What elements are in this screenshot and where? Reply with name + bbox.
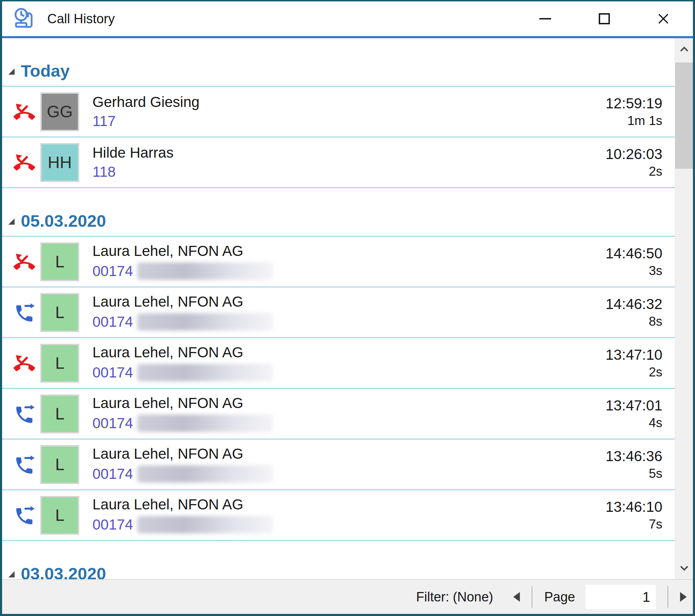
contact-name: Laura Lehel, NFON AG <box>92 294 606 309</box>
contact-info: Laura Lehel, NFON AG 00174 <box>92 345 606 381</box>
contact-info: Laura Lehel, NFON AG 00174 <box>92 497 606 533</box>
missed-call-icon <box>11 352 38 374</box>
call-time: 14:46:50 <box>606 246 663 261</box>
outgoing-call-icon <box>11 454 38 475</box>
call-row[interactable]: L Laura Lehel, NFON AG 00174 13:47:10 2s <box>2 338 675 389</box>
call-time: 13:46:36 <box>606 449 663 464</box>
call-row[interactable]: GG Gerhard Giesing 117 12:59:19 1m 1s <box>2 87 675 138</box>
redacted-number-blur <box>137 465 273 483</box>
maximize-icon <box>599 13 610 24</box>
redacted-number-blur <box>137 415 273 432</box>
collapse-triangle-icon <box>7 67 16 76</box>
outgoing-call-icon <box>11 302 38 323</box>
collapse-triangle-icon <box>7 217 16 226</box>
contact-info: Gerhard Giesing 117 <box>92 94 606 128</box>
statusbar-divider <box>532 586 532 608</box>
number-line: 00174 <box>92 364 606 381</box>
close-icon <box>656 11 671 26</box>
redacted-number-blur <box>137 516 273 533</box>
chevron-up-icon <box>679 46 690 53</box>
phone-number: 00174 <box>92 314 133 330</box>
avatar: L <box>40 293 79 332</box>
call-timing: 14:46:50 3s <box>606 246 663 278</box>
window-controls <box>516 1 693 36</box>
avatar: HH <box>40 143 79 182</box>
group-label: 03.03.2020 <box>21 565 106 579</box>
number-line: 00174 <box>92 415 606 432</box>
group-header[interactable]: 05.03.2020 <box>2 188 675 237</box>
missed-call-icon <box>11 101 38 123</box>
contact-name: Laura Lehel, NFON AG <box>92 396 606 411</box>
missed-call-icon <box>11 251 38 273</box>
group-rows: GG Gerhard Giesing 117 12:59:19 1m 1s <box>2 87 675 188</box>
call-time: 12:59:19 <box>606 96 663 111</box>
statusbar-divider <box>668 586 668 608</box>
avatar: L <box>40 242 79 281</box>
number-line: 00174 <box>92 516 606 533</box>
contact-name: Laura Lehel, NFON AG <box>92 345 606 360</box>
close-button[interactable] <box>634 1 693 36</box>
minimize-button[interactable] <box>516 1 575 36</box>
filter-label: Filter: (None) <box>416 590 493 605</box>
phone-number: 00174 <box>92 365 133 380</box>
maximize-button[interactable] <box>575 1 634 36</box>
window-title: Call History <box>47 11 115 26</box>
contact-info: Laura Lehel, NFON AG 00174 <box>92 294 606 330</box>
chevron-down-icon <box>679 565 690 572</box>
redacted-number-blur <box>137 364 273 381</box>
call-group: 05.03.2020 L Laura Lehel, NFON AG 00174 <box>2 188 675 541</box>
number-line: 00174 <box>92 465 606 483</box>
contact-info: Laura Lehel, NFON AG 00174 <box>92 396 606 432</box>
call-row[interactable]: L Laura Lehel, NFON AG 00174 13:46:10 7s <box>2 490 675 541</box>
number-line: 118 <box>92 164 606 180</box>
call-duration: 5s <box>649 467 662 481</box>
call-row[interactable]: L Laura Lehel, NFON AG 00174 14:46:50 3s <box>2 237 675 288</box>
contact-info: Hilde Harras 118 <box>92 145 606 179</box>
redacted-number-blur <box>137 263 273 280</box>
previous-page-button[interactable] <box>513 592 520 602</box>
call-row[interactable]: HH Hilde Harras 118 10:26:03 2s <box>2 138 675 188</box>
contact-name: Gerhard Giesing <box>92 94 606 110</box>
number-line: 117 <box>92 114 606 129</box>
call-duration: 1m 1s <box>627 114 662 128</box>
avatar: L <box>40 496 79 535</box>
call-history-window: Call History Today <box>0 0 695 616</box>
call-duration: 3s <box>649 264 662 278</box>
number-line: 00174 <box>92 263 606 280</box>
call-duration: 2s <box>649 366 662 379</box>
call-row[interactable]: L Laura Lehel, NFON AG 00174 14:46:32 8s <box>2 288 675 338</box>
call-list: Today GG Gerhard Giesing 117 <box>2 38 675 579</box>
call-duration: 7s <box>649 518 662 531</box>
avatar: L <box>40 445 79 484</box>
call-group: Today GG Gerhard Giesing 117 <box>2 38 675 188</box>
phone-number: 00174 <box>92 416 133 431</box>
call-timing: 10:26:03 2s <box>606 147 663 178</box>
statusbar: Filter: (None) Page <box>2 579 693 614</box>
titlebar: Call History <box>2 1 693 36</box>
page-input[interactable] <box>586 585 656 609</box>
call-history-icon <box>12 7 38 31</box>
contact-name: Laura Lehel, NFON AG <box>92 446 606 461</box>
call-duration: 2s <box>649 165 662 178</box>
call-row[interactable]: L Laura Lehel, NFON AG 00174 13:46:36 5s <box>2 440 675 490</box>
page-label: Page <box>544 590 575 605</box>
contact-info: Laura Lehel, NFON AG 00174 <box>92 243 606 280</box>
scrollbar-track[interactable] <box>675 60 693 557</box>
number-line: 00174 <box>92 313 606 331</box>
phone-number: 118 <box>92 164 116 180</box>
group-rows: L Laura Lehel, NFON AG 00174 14:46:50 3s <box>2 237 675 541</box>
phone-number: 00174 <box>92 466 133 482</box>
scrollbar-thumb[interactable] <box>675 63 693 169</box>
next-page-button[interactable] <box>680 592 687 602</box>
group-header[interactable]: Today <box>2 38 675 87</box>
collapse-triangle-icon <box>7 570 16 579</box>
group-header[interactable]: 03.03.2020 <box>2 541 675 579</box>
group-label: 05.03.2020 <box>21 213 106 230</box>
call-row[interactable]: L Laura Lehel, NFON AG 00174 13:47:01 4s <box>2 389 675 440</box>
missed-call-icon <box>11 152 38 173</box>
scroll-up-button[interactable] <box>675 38 693 60</box>
call-timing: 12:59:19 1m 1s <box>606 96 663 128</box>
scroll-down-button[interactable] <box>675 557 693 579</box>
scrollbar[interactable] <box>675 38 693 579</box>
call-duration: 8s <box>649 315 662 328</box>
